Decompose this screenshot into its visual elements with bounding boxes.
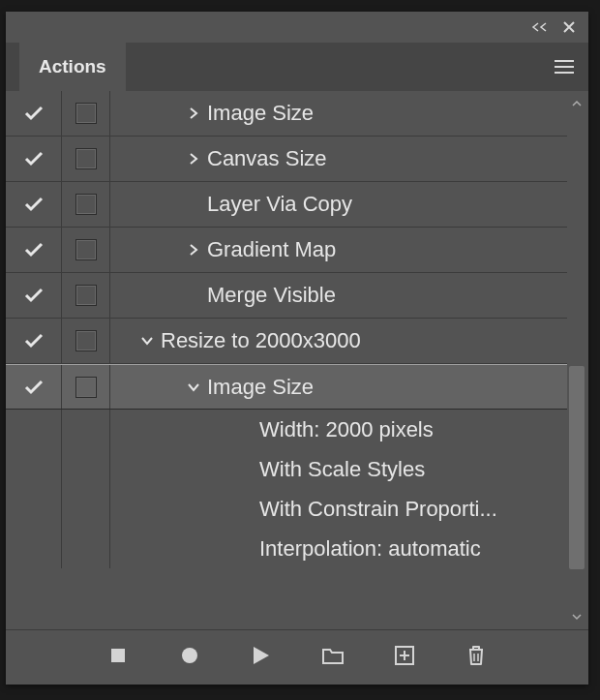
action-row[interactable]: Image Size [6, 364, 567, 410]
panel-topbar [6, 12, 588, 43]
action-label: Resize to 2000x3000 [161, 328, 567, 353]
scroll-up-button[interactable] [567, 95, 586, 112]
dialog-toggle[interactable] [62, 319, 110, 363]
chevron-right-icon[interactable] [180, 228, 207, 272]
dialog-toggle[interactable] [62, 91, 110, 136]
dialog-box-icon [75, 330, 97, 351]
actions-panel: Actions Image SizeCanvas SizeLayer Via C… [6, 12, 588, 685]
action-label: Merge Visible [207, 283, 567, 308]
detail-label: Width: 2000 pixels [259, 417, 567, 442]
detail-label: With Scale Styles [259, 457, 567, 482]
panel-menu-button[interactable] [540, 43, 588, 91]
enable-checkmark[interactable] [6, 319, 62, 363]
play-button[interactable] [246, 640, 277, 671]
scroll-thumb[interactable] [569, 366, 585, 569]
svg-rect-3 [111, 649, 125, 662]
detail-label: Interpolation: automatic [259, 536, 567, 562]
enable-checkmark[interactable] [6, 365, 62, 409]
scroll-down-button[interactable] [567, 608, 586, 625]
dialog-box-icon [75, 239, 97, 260]
dialog-box-icon [75, 148, 97, 169]
new-action-button[interactable] [389, 640, 420, 671]
enable-checkmark[interactable] [6, 182, 62, 227]
action-row[interactable]: Image Size [6, 91, 567, 137]
dialog-toggle[interactable] [62, 365, 110, 409]
action-detail-row: With Constrain Proporti... [6, 489, 567, 529]
dialog-box-icon [75, 194, 97, 215]
collapse-button[interactable] [526, 15, 554, 39]
action-detail-row: Interpolation: automatic [6, 529, 567, 568]
action-label: Gradient Map [207, 237, 567, 262]
action-row[interactable]: Resize to 2000x3000 [6, 319, 567, 364]
action-row[interactable]: Canvas Size [6, 137, 567, 182]
dialog-box-icon [75, 377, 97, 398]
action-row[interactable]: Merge Visible [6, 273, 567, 319]
chevron-down-icon[interactable] [134, 319, 161, 363]
chevron-down-icon[interactable] [180, 365, 207, 409]
toggle-spacer [180, 273, 207, 318]
stop-button[interactable] [103, 640, 134, 671]
enable-checkmark[interactable] [6, 137, 62, 181]
dialog-toggle[interactable] [62, 228, 110, 272]
enable-checkmark[interactable] [6, 228, 62, 272]
action-row[interactable]: Gradient Map [6, 228, 567, 273]
record-button[interactable] [174, 640, 205, 671]
tab-actions[interactable]: Actions [19, 43, 126, 91]
enable-checkmark[interactable] [6, 273, 62, 318]
scrollbar[interactable] [567, 95, 586, 625]
toggle-spacer [180, 182, 207, 227]
action-detail-row: Width: 2000 pixels [6, 410, 567, 449]
action-row[interactable]: Layer Via Copy [6, 182, 567, 228]
dialog-box-icon [75, 285, 97, 306]
tab-row: Actions [6, 43, 588, 91]
action-detail-row: With Scale Styles [6, 449, 567, 489]
svg-marker-5 [254, 647, 269, 664]
actions-list: Image SizeCanvas SizeLayer Via CopyGradi… [6, 91, 588, 629]
dialog-toggle[interactable] [62, 182, 110, 227]
new-set-button[interactable] [317, 640, 348, 671]
action-label: Image Size [207, 375, 567, 400]
dialog-toggle[interactable] [62, 137, 110, 181]
action-label: Image Size [207, 101, 567, 126]
panel-footer [6, 629, 588, 681]
svg-point-4 [182, 648, 197, 663]
action-label: Layer Via Copy [207, 192, 567, 217]
chevron-right-icon[interactable] [180, 91, 207, 136]
dialog-box-icon [75, 103, 97, 124]
tab-label: Actions [39, 56, 106, 77]
close-button[interactable] [555, 15, 583, 39]
action-label: Canvas Size [207, 146, 567, 171]
delete-button[interactable] [461, 640, 492, 671]
dialog-toggle[interactable] [62, 273, 110, 318]
chevron-right-icon[interactable] [180, 137, 207, 181]
enable-checkmark[interactable] [6, 91, 62, 136]
detail-label: With Constrain Proporti... [259, 497, 567, 522]
